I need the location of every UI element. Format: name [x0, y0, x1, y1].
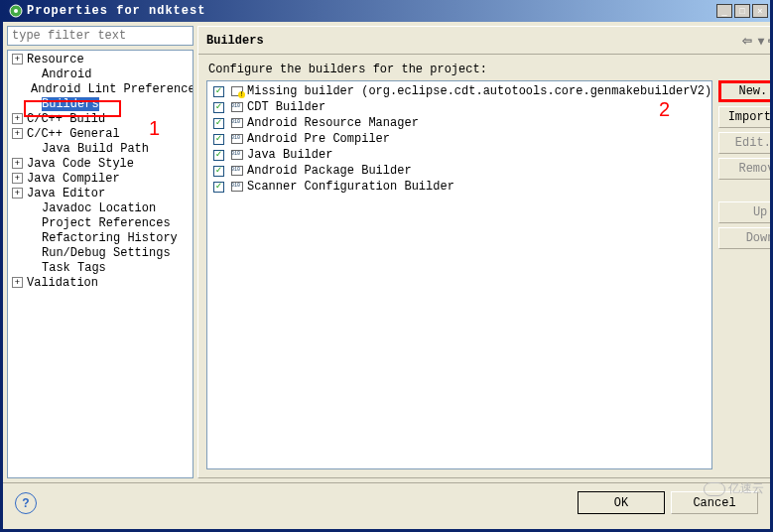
- expand-icon: [27, 202, 38, 213]
- app-icon: [9, 4, 23, 18]
- builder-row[interactable]: ✓Scanner Configuration Builder: [207, 179, 711, 195]
- tree-node[interactable]: Task Tags: [8, 260, 193, 275]
- builder-label: Java Builder: [247, 148, 332, 162]
- tree-node[interactable]: +Java Compiler: [8, 171, 193, 186]
- back-icon[interactable]: ⇦: [742, 34, 752, 48]
- tree-node[interactable]: Project References: [8, 215, 193, 230]
- tree-label: C/C++ General: [27, 127, 120, 141]
- builder-icon: [230, 165, 244, 177]
- expand-icon[interactable]: +: [12, 158, 23, 169]
- tree-label: Validation: [27, 276, 98, 290]
- tree-node[interactable]: Java Build Path: [8, 141, 193, 156]
- window-title: Properties for ndktest: [27, 4, 716, 18]
- forward-icon[interactable]: ▾ ⇨ ▾: [758, 34, 773, 48]
- expand-icon[interactable]: +: [12, 277, 23, 288]
- filter-input[interactable]: [7, 26, 193, 46]
- builder-label: Android Pre Compiler: [247, 132, 390, 146]
- builder-row[interactable]: ✓CDT Builder: [207, 99, 711, 115]
- up-button: Up: [718, 201, 773, 223]
- expand-icon[interactable]: +: [12, 128, 23, 139]
- tree-label: Android: [42, 67, 91, 81]
- expand-icon: [27, 247, 38, 258]
- builder-row[interactable]: ✓Java Builder: [207, 147, 711, 163]
- tree-node[interactable]: +Resource: [8, 52, 193, 66]
- new-button[interactable]: New...: [718, 80, 773, 102]
- tree-node[interactable]: +C/C++ General: [8, 126, 193, 141]
- maximize-button[interactable]: □: [734, 4, 750, 18]
- watermark: 亿速云: [704, 480, 764, 497]
- tree-label: Resource: [27, 53, 84, 66]
- expand-icon: [27, 217, 38, 228]
- builder-label: CDT Builder: [247, 100, 325, 114]
- expand-icon[interactable]: +: [12, 54, 23, 65]
- tree-node[interactable]: +C/C++ Build: [8, 111, 193, 126]
- expand-icon[interactable]: +: [12, 113, 23, 124]
- builder-icon: [230, 133, 244, 145]
- tree-label: Run/Debug Settings: [42, 246, 171, 260]
- remove-button: Remove: [718, 158, 773, 180]
- annotation-label-1: 1: [149, 117, 160, 140]
- checkbox[interactable]: ✓: [213, 166, 224, 177]
- checkbox[interactable]: ✓: [213, 134, 224, 145]
- sidebar: +ResourceAndroidAndroid Lint Preferences…: [7, 26, 193, 478]
- minimize-button[interactable]: _: [716, 4, 732, 18]
- builder-icon: [230, 117, 244, 129]
- checkbox[interactable]: ✓: [213, 182, 224, 193]
- tree-label: Task Tags: [42, 261, 106, 275]
- tree-node[interactable]: Builders: [8, 96, 193, 111]
- tree-label: Java Build Path: [42, 142, 149, 156]
- builder-icon: [230, 101, 244, 113]
- tree-node[interactable]: +Java Code Style: [8, 156, 193, 171]
- tree-node[interactable]: +Java Editor: [8, 186, 193, 200]
- tree-label: Refactoring History: [42, 231, 178, 245]
- category-tree[interactable]: +ResourceAndroidAndroid Lint Preferences…: [7, 50, 193, 478]
- tree-node[interactable]: Android: [8, 66, 193, 81]
- edit-button: Edit...: [718, 132, 773, 154]
- checkbox[interactable]: ✓: [213, 150, 224, 161]
- builder-label: Missing builder (org.eclipse.cdt.autotoo…: [247, 84, 711, 98]
- annotation-label-2: 2: [659, 98, 670, 121]
- builder-label: Android Package Builder: [247, 164, 412, 178]
- builder-icon: [230, 181, 244, 193]
- expand-icon: [27, 68, 38, 79]
- expand-icon: [27, 98, 38, 109]
- tree-label: Java Editor: [27, 187, 105, 200]
- builders-list[interactable]: ✓Missing builder (org.eclipse.cdt.autoto…: [206, 80, 712, 469]
- tree-label: Builders: [42, 97, 99, 111]
- builder-label: Scanner Configuration Builder: [247, 180, 454, 194]
- expand-icon[interactable]: +: [12, 188, 23, 199]
- checkbox[interactable]: ✓: [213, 86, 224, 97]
- panel-subtitle: Configure the builders for the project:: [198, 55, 773, 80]
- tree-node[interactable]: Refactoring History: [8, 230, 193, 245]
- down-button: Down: [718, 227, 773, 249]
- builder-icon: [230, 149, 244, 161]
- tree-label: C/C++ Build: [27, 112, 105, 126]
- tree-label: Project References: [42, 216, 171, 230]
- tree-label: Java Compiler: [27, 172, 120, 186]
- builder-row[interactable]: ✓Android Pre Compiler: [207, 131, 711, 147]
- tree-label: Javadoc Location: [42, 201, 156, 215]
- tree-label: Android Lint Preferences: [31, 82, 193, 96]
- expand-icon[interactable]: +: [12, 173, 23, 184]
- builder-label: Android Resource Manager: [247, 116, 419, 130]
- svg-point-1: [14, 9, 18, 13]
- expand-icon: [27, 262, 38, 273]
- ok-button[interactable]: OK: [578, 491, 665, 514]
- builder-row[interactable]: ✓Android Resource Manager: [207, 115, 711, 131]
- builder-row[interactable]: ✓Missing builder (org.eclipse.cdt.autoto…: [207, 83, 711, 99]
- builder-row[interactable]: ✓Android Package Builder: [207, 163, 711, 179]
- checkbox[interactable]: ✓: [213, 118, 224, 129]
- import-button[interactable]: Import...: [718, 106, 773, 128]
- tree-node[interactable]: Javadoc Location: [8, 200, 193, 215]
- checkbox[interactable]: ✓: [213, 102, 224, 113]
- builder-icon: [230, 85, 244, 97]
- expand-icon: [27, 232, 38, 243]
- main-panel: Builders ⇦ ▾ ⇨ ▾ ▾ Configure the builder…: [197, 26, 773, 478]
- titlebar[interactable]: Properties for ndktest _ □ ×: [3, 0, 770, 22]
- close-button[interactable]: ×: [752, 4, 768, 18]
- footer: ? OK Cancel: [3, 482, 770, 522]
- tree-node[interactable]: Android Lint Preferences: [8, 81, 193, 96]
- tree-node[interactable]: Run/Debug Settings: [8, 245, 193, 260]
- tree-node[interactable]: +Validation: [8, 275, 193, 290]
- help-icon[interactable]: ?: [15, 492, 37, 514]
